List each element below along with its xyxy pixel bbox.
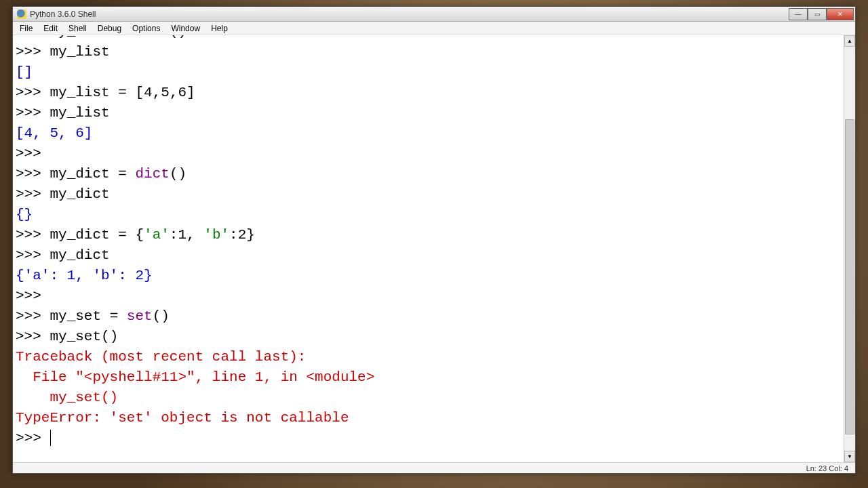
prompt: >>> bbox=[16, 329, 50, 344]
cursor-position: Ln: 23 Col: 4 bbox=[806, 464, 848, 472]
prompt: >>> bbox=[16, 35, 50, 39]
menubar: File Edit Shell Debug Options Window Hel… bbox=[13, 22, 855, 35]
builtin: list bbox=[135, 35, 169, 39]
menu-debug[interactable]: Debug bbox=[92, 22, 127, 35]
code: , bbox=[153, 85, 161, 100]
minimize-button[interactable]: — bbox=[789, 8, 808, 20]
number: 2 bbox=[238, 227, 247, 243]
code: my_list bbox=[50, 105, 109, 121]
code: () bbox=[153, 308, 170, 324]
menu-window[interactable]: Window bbox=[165, 22, 205, 35]
scroll-thumb[interactable] bbox=[845, 119, 854, 434]
scroll-track[interactable] bbox=[844, 47, 855, 451]
code: ] bbox=[186, 85, 195, 100]
prompt: >>> bbox=[16, 146, 50, 161]
code: my_list = [ bbox=[50, 85, 144, 100]
prompt: >>> bbox=[16, 247, 50, 263]
builtin: set bbox=[127, 308, 153, 324]
string: 'a' bbox=[144, 227, 170, 243]
menu-edit[interactable]: Edit bbox=[38, 22, 63, 35]
string: 'b' bbox=[203, 227, 229, 243]
maximize-button[interactable]: ▭ bbox=[808, 8, 827, 20]
menu-help[interactable]: Help bbox=[205, 22, 233, 35]
scroll-up-button[interactable]: ▲ bbox=[844, 35, 855, 47]
output: [4, 5, 6] bbox=[16, 125, 92, 141]
code: my_dict = bbox=[50, 166, 135, 182]
code: my_dict bbox=[50, 186, 109, 202]
traceback: Traceback (most recent call last): bbox=[16, 349, 306, 365]
code: } bbox=[246, 227, 255, 243]
code: : bbox=[229, 227, 238, 243]
menu-shell[interactable]: Shell bbox=[63, 22, 92, 35]
content-area: >>> my_list = list()>>> my_list [] >>> m… bbox=[13, 35, 855, 462]
traceback: TypeError: 'set' object is not callable bbox=[16, 410, 349, 426]
number: 4 bbox=[144, 85, 153, 100]
prompt: >>> bbox=[16, 430, 50, 446]
code: my_list = bbox=[50, 35, 135, 39]
code: my_dict bbox=[50, 247, 109, 263]
close-button[interactable]: ✕ bbox=[827, 8, 854, 20]
code: my_list bbox=[50, 44, 109, 60]
code: my_set() bbox=[50, 329, 118, 344]
builtin: dict bbox=[135, 166, 169, 182]
prompt: >>> bbox=[16, 44, 50, 60]
window-controls: — ▭ ✕ bbox=[789, 8, 854, 20]
output: [] bbox=[16, 64, 33, 80]
code: , bbox=[170, 85, 178, 100]
code: , bbox=[186, 227, 203, 243]
titlebar[interactable]: Python 3.6.0 Shell — ▭ ✕ bbox=[13, 7, 855, 22]
prompt: >>> bbox=[16, 227, 50, 243]
code: my_dict = { bbox=[50, 227, 144, 243]
menu-options[interactable]: Options bbox=[127, 22, 165, 35]
number: 6 bbox=[178, 85, 186, 100]
vertical-scrollbar[interactable]: ▲ ▼ bbox=[844, 35, 855, 462]
prompt: >>> bbox=[16, 105, 50, 121]
output: {} bbox=[16, 207, 33, 222]
prompt: >>> bbox=[16, 308, 50, 324]
python-icon bbox=[17, 9, 26, 19]
number: 1 bbox=[178, 227, 186, 243]
prompt: >>> bbox=[16, 288, 50, 304]
prompt: >>> bbox=[16, 186, 50, 202]
code: my_set = bbox=[50, 308, 126, 324]
statusbar: Ln: 23 Col: 4 bbox=[13, 462, 855, 473]
prompt: >>> bbox=[16, 85, 50, 100]
prompt: >>> bbox=[16, 166, 50, 182]
output: {'a': 1, 'b': 2} bbox=[16, 268, 153, 283]
scroll-down-button[interactable]: ▼ bbox=[844, 451, 855, 462]
text-cursor bbox=[50, 430, 51, 446]
code: : bbox=[170, 227, 178, 243]
code: () bbox=[170, 35, 186, 39]
menu-file[interactable]: File bbox=[14, 22, 38, 35]
traceback: my_set() bbox=[16, 390, 118, 405]
traceback: File "<pyshell#11>", line 1, in <module> bbox=[16, 369, 374, 385]
idle-window: Python 3.6.0 Shell — ▭ ✕ File Edit Shell… bbox=[12, 6, 856, 474]
number: 5 bbox=[161, 85, 170, 100]
window-title: Python 3.6.0 Shell bbox=[30, 9, 96, 19]
code: () bbox=[170, 166, 186, 182]
shell-text-area[interactable]: >>> my_list = list()>>> my_list [] >>> m… bbox=[13, 35, 844, 462]
